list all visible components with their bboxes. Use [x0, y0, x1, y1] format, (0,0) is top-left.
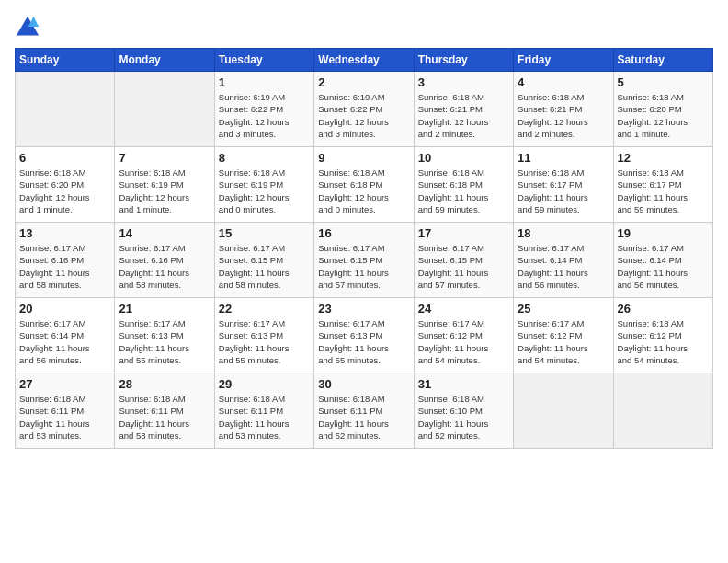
- calendar-cell: 19Sunrise: 6:17 AM Sunset: 6:14 PM Dayli…: [613, 223, 712, 298]
- day-number: 24: [418, 302, 509, 316]
- calendar-cell: 17Sunrise: 6:17 AM Sunset: 6:15 PM Dayli…: [414, 223, 513, 298]
- day-number: 12: [618, 151, 709, 165]
- week-row-4: 20Sunrise: 6:17 AM Sunset: 6:14 PM Dayli…: [16, 298, 713, 373]
- day-header-thursday: Thursday: [414, 49, 513, 72]
- week-row-1: 1Sunrise: 6:19 AM Sunset: 6:22 PM Daylig…: [16, 72, 713, 147]
- week-row-3: 13Sunrise: 6:17 AM Sunset: 6:16 PM Dayli…: [16, 223, 713, 298]
- calendar-cell: 23Sunrise: 6:17 AM Sunset: 6:13 PM Dayli…: [314, 298, 414, 373]
- day-number: 9: [318, 151, 409, 165]
- day-info: Sunrise: 6:18 AM Sunset: 6:12 PM Dayligh…: [618, 317, 709, 366]
- calendar-cell: 14Sunrise: 6:17 AM Sunset: 6:16 PM Dayli…: [115, 223, 214, 298]
- calendar-body: 1Sunrise: 6:19 AM Sunset: 6:22 PM Daylig…: [16, 72, 713, 449]
- day-header-tuesday: Tuesday: [214, 49, 313, 72]
- day-number: 22: [219, 302, 310, 316]
- day-info: Sunrise: 6:18 AM Sunset: 6:11 PM Dayligh…: [318, 393, 409, 442]
- calendar-cell: 28Sunrise: 6:18 AM Sunset: 6:11 PM Dayli…: [115, 373, 214, 449]
- day-info: Sunrise: 6:17 AM Sunset: 6:15 PM Dayligh…: [219, 242, 310, 291]
- calendar-cell: 4Sunrise: 6:18 AM Sunset: 6:21 PM Daylig…: [514, 72, 613, 147]
- day-header-saturday: Saturday: [613, 49, 712, 72]
- day-number: 8: [219, 151, 310, 165]
- day-info: Sunrise: 6:18 AM Sunset: 6:18 PM Dayligh…: [418, 167, 509, 215]
- calendar-cell: 24Sunrise: 6:17 AM Sunset: 6:12 PM Dayli…: [414, 298, 513, 373]
- logo-icon: [15, 15, 40, 40]
- day-info: Sunrise: 6:17 AM Sunset: 6:14 PM Dayligh…: [618, 242, 709, 291]
- day-number: 5: [618, 75, 709, 89]
- calendar-cell: [16, 72, 115, 147]
- day-number: 30: [318, 377, 409, 391]
- day-number: 6: [19, 151, 110, 165]
- calendar-cell: 22Sunrise: 6:17 AM Sunset: 6:13 PM Dayli…: [214, 298, 313, 373]
- day-number: 18: [518, 226, 609, 240]
- day-number: 16: [318, 226, 409, 240]
- day-number: 7: [119, 151, 210, 165]
- calendar-cell: 1Sunrise: 6:19 AM Sunset: 6:22 PM Daylig…: [214, 72, 313, 147]
- day-number: 31: [418, 377, 509, 391]
- day-number: 13: [19, 226, 110, 240]
- day-info: Sunrise: 6:18 AM Sunset: 6:19 PM Dayligh…: [219, 167, 310, 215]
- day-info: Sunrise: 6:18 AM Sunset: 6:11 PM Dayligh…: [119, 393, 210, 442]
- day-info: Sunrise: 6:17 AM Sunset: 6:13 PM Dayligh…: [119, 317, 210, 366]
- day-info: Sunrise: 6:18 AM Sunset: 6:19 PM Dayligh…: [119, 167, 210, 215]
- day-info: Sunrise: 6:17 AM Sunset: 6:16 PM Dayligh…: [119, 242, 210, 291]
- day-number: 10: [418, 151, 509, 165]
- calendar-cell: 25Sunrise: 6:17 AM Sunset: 6:12 PM Dayli…: [514, 298, 613, 373]
- calendar-cell: 31Sunrise: 6:18 AM Sunset: 6:10 PM Dayli…: [414, 373, 513, 449]
- day-info: Sunrise: 6:17 AM Sunset: 6:13 PM Dayligh…: [219, 317, 310, 366]
- calendar-cell: [514, 373, 613, 449]
- day-number: 23: [318, 302, 409, 316]
- header-row: SundayMondayTuesdayWednesdayThursdayFrid…: [16, 49, 713, 72]
- calendar-cell: 12Sunrise: 6:18 AM Sunset: 6:17 PM Dayli…: [613, 147, 712, 223]
- day-info: Sunrise: 6:18 AM Sunset: 6:21 PM Dayligh…: [518, 91, 609, 140]
- calendar-cell: 3Sunrise: 6:18 AM Sunset: 6:21 PM Daylig…: [414, 72, 513, 147]
- day-number: 29: [219, 377, 310, 391]
- calendar-cell: 30Sunrise: 6:18 AM Sunset: 6:11 PM Dayli…: [314, 373, 414, 449]
- day-number: 26: [618, 302, 709, 316]
- calendar-cell: 2Sunrise: 6:19 AM Sunset: 6:22 PM Daylig…: [314, 72, 414, 147]
- day-info: Sunrise: 6:17 AM Sunset: 6:12 PM Dayligh…: [518, 317, 609, 366]
- calendar-cell: [613, 373, 712, 449]
- day-info: Sunrise: 6:18 AM Sunset: 6:17 PM Dayligh…: [618, 167, 709, 215]
- day-header-sunday: Sunday: [16, 49, 115, 72]
- day-info: Sunrise: 6:17 AM Sunset: 6:16 PM Dayligh…: [19, 242, 110, 291]
- calendar-cell: 15Sunrise: 6:17 AM Sunset: 6:15 PM Dayli…: [214, 223, 313, 298]
- day-number: 1: [219, 75, 310, 89]
- calendar-table: SundayMondayTuesdayWednesdayThursdayFrid…: [15, 48, 713, 449]
- day-info: Sunrise: 6:17 AM Sunset: 6:13 PM Dayligh…: [318, 317, 409, 366]
- calendar-cell: 29Sunrise: 6:18 AM Sunset: 6:11 PM Dayli…: [214, 373, 313, 449]
- calendar-cell: 18Sunrise: 6:17 AM Sunset: 6:14 PM Dayli…: [514, 223, 613, 298]
- calendar-cell: 5Sunrise: 6:18 AM Sunset: 6:20 PM Daylig…: [613, 72, 712, 147]
- calendar-cell: 20Sunrise: 6:17 AM Sunset: 6:14 PM Dayli…: [16, 298, 115, 373]
- day-number: 20: [19, 302, 110, 316]
- day-info: Sunrise: 6:18 AM Sunset: 6:20 PM Dayligh…: [618, 91, 709, 140]
- day-number: 14: [119, 226, 210, 240]
- calendar-cell: 7Sunrise: 6:18 AM Sunset: 6:19 PM Daylig…: [115, 147, 214, 223]
- week-row-5: 27Sunrise: 6:18 AM Sunset: 6:11 PM Dayli…: [16, 373, 713, 449]
- day-number: 25: [518, 302, 609, 316]
- day-number: 17: [418, 226, 509, 240]
- calendar-cell: 8Sunrise: 6:18 AM Sunset: 6:19 PM Daylig…: [214, 147, 313, 223]
- day-info: Sunrise: 6:18 AM Sunset: 6:10 PM Dayligh…: [418, 393, 509, 442]
- day-info: Sunrise: 6:19 AM Sunset: 6:22 PM Dayligh…: [219, 91, 310, 140]
- day-number: 4: [518, 75, 609, 89]
- day-info: Sunrise: 6:18 AM Sunset: 6:11 PM Dayligh…: [19, 393, 110, 442]
- day-number: 2: [318, 75, 409, 89]
- calendar-cell: 9Sunrise: 6:18 AM Sunset: 6:18 PM Daylig…: [314, 147, 414, 223]
- calendar-header: SundayMondayTuesdayWednesdayThursdayFrid…: [16, 49, 713, 72]
- calendar-cell: 21Sunrise: 6:17 AM Sunset: 6:13 PM Dayli…: [115, 298, 214, 373]
- day-info: Sunrise: 6:18 AM Sunset: 6:11 PM Dayligh…: [219, 393, 310, 442]
- day-number: 21: [119, 302, 210, 316]
- day-info: Sunrise: 6:18 AM Sunset: 6:20 PM Dayligh…: [19, 167, 110, 215]
- calendar-cell: 11Sunrise: 6:18 AM Sunset: 6:17 PM Dayli…: [514, 147, 613, 223]
- day-number: 3: [418, 75, 509, 89]
- day-number: 11: [518, 151, 609, 165]
- day-info: Sunrise: 6:17 AM Sunset: 6:14 PM Dayligh…: [19, 317, 110, 366]
- day-number: 15: [219, 226, 310, 240]
- calendar-cell: 13Sunrise: 6:17 AM Sunset: 6:16 PM Dayli…: [16, 223, 115, 298]
- day-number: 27: [19, 377, 110, 391]
- day-number: 28: [119, 377, 210, 391]
- day-header-monday: Monday: [115, 49, 214, 72]
- day-info: Sunrise: 6:18 AM Sunset: 6:18 PM Dayligh…: [318, 167, 409, 215]
- day-info: Sunrise: 6:17 AM Sunset: 6:15 PM Dayligh…: [418, 242, 509, 291]
- day-info: Sunrise: 6:17 AM Sunset: 6:15 PM Dayligh…: [318, 242, 409, 291]
- calendar-cell: 26Sunrise: 6:18 AM Sunset: 6:12 PM Dayli…: [613, 298, 712, 373]
